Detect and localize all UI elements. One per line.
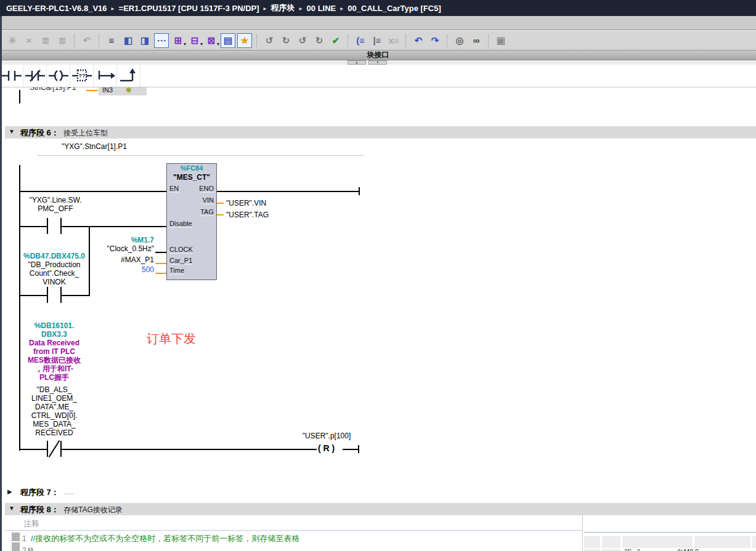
network6-number: 程序段 6： — [20, 127, 59, 139]
code-gutter — [12, 542, 20, 551]
pin-en[interactable]: EN — [169, 185, 179, 193]
line-number: 2 — [22, 546, 26, 551]
box-output-icon[interactable]: ⊟▾ — [187, 33, 202, 48]
jump-forward-icon[interactable]: ↷ — [428, 33, 442, 48]
pin-tag[interactable]: TAG — [200, 208, 214, 216]
network8-comment-placeholder[interactable]: 注释 — [23, 518, 39, 529]
toolbar-separator — [256, 34, 258, 47]
no-contact-button[interactable] — [0, 65, 23, 87]
breadcrumb-block[interactable]: 00_CALL_CarType [FC5] — [348, 4, 441, 13]
empty-box-button[interactable]: ?? — [70, 65, 94, 87]
close-all-networks-icon[interactable]: ◨ — [137, 33, 152, 48]
network6-header[interactable]: ▼ 程序段 6： 接受上位车型 — [5, 126, 756, 139]
block-interface-bar[interactable]: 块接口 — [0, 50, 756, 60]
nc-contact-slash — [49, 440, 60, 457]
car-p1-operand[interactable]: #MAX_P1 — [92, 255, 154, 264]
table-cell[interactable] — [694, 536, 750, 548]
dropdown-caret-icon: ▾ — [217, 41, 219, 47]
collapse-icon[interactable]: ▼ — [9, 128, 15, 135]
close-branch-button[interactable] — [117, 65, 140, 87]
tia-portal-lad-editor: GEELY-ER-PLC1-V6.8_V16 ▸ =ER1.CPU1517 [C… — [0, 0, 756, 551]
operand-label[interactable]: StnCar[19].P1 — [30, 87, 76, 92]
jump-back-icon[interactable]: ↶ — [411, 33, 426, 48]
nc-contact-button[interactable] — [23, 65, 47, 87]
clock-operand[interactable]: "Clock_0.5Hz" — [79, 244, 154, 253]
free-annotation[interactable]: 订单下发 — [147, 331, 196, 347]
consistency-check-icon[interactable]: ✔ — [328, 33, 343, 48]
table-cell[interactable] — [752, 536, 756, 548]
absolute-relative-operands-icon[interactable]: ≡ — [104, 33, 119, 48]
open-branch-button[interactable] — [94, 65, 117, 87]
table-row-tag-address[interactable]: %M0.0 — [678, 548, 699, 551]
toolbar-separator — [74, 34, 75, 47]
table-cell[interactable] — [622, 536, 693, 548]
vin-operand[interactable]: "USER".VIN — [226, 199, 266, 207]
network7-number[interactable]: 程序段 7： — [20, 487, 59, 498]
tag-operand[interactable]: "USER".TAG — [226, 211, 269, 219]
open-all-networks-icon[interactable]: ◧ — [121, 33, 136, 48]
monitoring-toggle-icon[interactable]: ∞ — [469, 33, 484, 48]
table-cell[interactable] — [602, 536, 620, 548]
contact2-operand[interactable]: %DB47.DBX475.0 "DB_Production Count".Che… — [9, 252, 100, 286]
network8-header[interactable]: ▼ 程序段 8： 存储TAG接收记录 — [5, 503, 756, 515]
table-cell[interactable] — [584, 536, 600, 548]
load-snapshot-icon[interactable]: ↺ — [295, 33, 310, 48]
time-constant[interactable]: 500 — [92, 265, 154, 274]
code-line-1[interactable]: //接收的标签不为空或不为全空格时，若标签不同于前一标签，则存储至表格 — [31, 533, 299, 544]
breadcrumb-program-blocks[interactable]: 程序块 — [271, 2, 295, 14]
contact1-bar[interactable] — [47, 218, 48, 234]
splitter-up-button[interactable]: ▲ — [348, 60, 366, 65]
splitter-down-button[interactable]: ▼ — [368, 60, 387, 65]
network-comments-toggle-icon[interactable]: ⋯ — [154, 33, 169, 48]
breadcrumb-project[interactable]: GEELY-ER-PLC1-V6.8_V16 — [6, 4, 107, 13]
open-branch-icon — [94, 66, 116, 85]
block-name[interactable]: "MES_CT" — [167, 173, 216, 182]
snapshot-refresh-icon[interactable]: ↺ — [262, 33, 277, 48]
wire — [86, 90, 98, 91]
snapshot-cancel-icon[interactable]: ↻ — [278, 33, 293, 48]
fold-icon[interactable]: ⊟ — [28, 546, 33, 551]
collapse-icon[interactable]: ▼ — [9, 505, 15, 512]
box-input-icon[interactable]: ⊞▾ — [171, 33, 185, 48]
copy-snapshot-icon[interactable]: ↻ — [312, 33, 327, 48]
breadcrumb-cpu[interactable]: =ER1.CPU1517 [CPU 1517F-3 PN/DP] — [119, 4, 259, 13]
toolbar-separator — [447, 34, 448, 47]
wire — [19, 191, 166, 192]
pin-clock[interactable]: CLOCK — [169, 246, 193, 254]
coil-operand[interactable]: "USER".p[100] — [285, 432, 368, 440]
box-negate-icon[interactable]: ⊠▾ — [204, 33, 219, 48]
pin-car-p1[interactable]: Car_P1 — [169, 257, 192, 265]
coil-button[interactable] — [47, 65, 70, 87]
table-row-tag-name[interactable]: "S..." — [625, 548, 640, 551]
coil-icon — [47, 66, 70, 85]
collapse-icon[interactable]: ▶ — [7, 488, 12, 495]
pin-disable[interactable]: Disable — [169, 220, 192, 228]
network6-comment[interactable]: "YXG".StnCar[1].P1 — [62, 142, 127, 151]
network7-title[interactable]: ..... — [63, 488, 74, 496]
mes-received-operand[interactable]: %DB16101. DBX3.3 Data Received from IT P… — [9, 321, 100, 437]
wire — [217, 191, 359, 192]
reset-coil[interactable]: ( R ) — [318, 443, 335, 453]
structure-expand-icon[interactable]: (≡ — [353, 33, 368, 48]
fc84-mes-ct-block[interactable]: %FC84 "MES_CT" EN ENO VIN TAG Disable CL… — [166, 163, 217, 280]
know-how-protection-icon[interactable]: ▣ — [494, 33, 508, 48]
pin-vin[interactable]: VIN — [203, 196, 214, 204]
code-line-2[interactable]: IF "S..." "High" THEN — [35, 545, 124, 551]
favorites-toggle-icon[interactable]: ★ — [237, 33, 252, 48]
nc-contact-bar[interactable] — [47, 441, 48, 457]
contact1-operand[interactable]: "YXG".Line.SW. PMC_OFF — [17, 196, 94, 213]
network6-title[interactable]: 接受上位车型 — [63, 128, 108, 139]
network8-title[interactable]: 存储TAG接收记录 — [63, 505, 123, 515]
box-pin-area[interactable]: IN3 ✱ — [99, 87, 147, 95]
pin-eno[interactable]: ENO — [199, 185, 214, 193]
find-references-icon[interactable]: ◎ — [452, 33, 467, 48]
contact2-bar[interactable] — [47, 287, 48, 303]
pin-time[interactable]: Time — [169, 267, 184, 275]
structure-line-icon[interactable]: |≡ — [370, 33, 384, 48]
network8-number: 程序段 8： — [20, 504, 59, 515]
breadcrumb-folder[interactable]: 00 LINE — [307, 4, 336, 13]
clock-address[interactable]: %M1.7 — [92, 236, 154, 244]
operand-representation-toggle-icon[interactable]: ▤ — [221, 33, 235, 48]
rail-end-tick — [359, 187, 360, 195]
pin-label: IN3 — [102, 87, 113, 94]
